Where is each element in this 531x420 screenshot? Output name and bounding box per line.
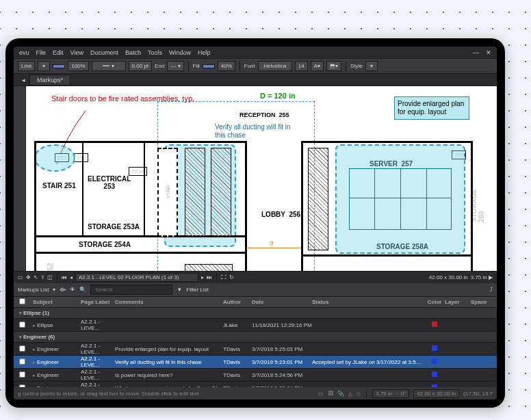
markups-footer: g control points to resize, or drag text… (14, 387, 497, 399)
select-all-checkbox[interactable] (19, 298, 25, 304)
col-author[interactable]: Author (223, 299, 252, 305)
markups-row[interactable]: EllipseA2.2.1 - LEVE...JLake11/18/2021 1… (14, 319, 497, 332)
window-close-icon[interactable]: ✕ (486, 49, 491, 56)
wall (301, 141, 303, 271)
room-stair: STAIR 251 (42, 182, 76, 189)
document-tab[interactable]: Markups* (29, 75, 70, 86)
dash-style-dropdown[interactable]: ━━ ▾ (92, 61, 126, 71)
col-layer[interactable]: Layer (445, 299, 471, 305)
dimension-label[interactable]: D = 120 in (260, 92, 296, 100)
menu-window[interactable]: Window (169, 49, 191, 56)
footer-clip-icon[interactable]: 📎 (337, 391, 344, 397)
last-page-icon[interactable]: ⏭ (207, 274, 212, 280)
menu-revu[interactable]: evu (19, 49, 29, 56)
menu-batch[interactable]: Batch (125, 49, 141, 56)
text-tool-icon[interactable]: T (41, 274, 44, 280)
col-subject[interactable]: Subject (30, 299, 81, 305)
export-icon[interactable]: ⤴ (490, 287, 493, 293)
pan-tool-icon[interactable]: ✥ (26, 274, 31, 280)
wall (301, 141, 472, 143)
col-space[interactable]: Space (471, 299, 497, 305)
line-weight-field[interactable]: 0.00 pt (129, 61, 152, 71)
dim-unknown: ? (270, 241, 274, 248)
next-page-icon[interactable]: ▸ (201, 274, 204, 280)
style-dropdown[interactable]: ▾ (365, 61, 378, 71)
markups-visibility-icon[interactable]: 👁 (70, 287, 75, 293)
pointer-tool-icon[interactable]: ↖ (34, 274, 38, 280)
wall (82, 141, 83, 237)
menu-document[interactable]: Document (90, 49, 118, 56)
room-reception: RECEPTION 255 (239, 111, 289, 118)
line-style-dropdown[interactable]: ▾ (38, 61, 50, 71)
markups-search-input[interactable] (90, 285, 172, 295)
cloud-stair-red[interactable] (34, 144, 75, 172)
void-label: VOID (165, 185, 171, 199)
color-swatch[interactable] (53, 64, 65, 68)
sheet-name-dropdown[interactable]: A2.2.1 - LEVEL 02 FLOOR PLAN (1 of 3) (75, 273, 198, 282)
markups-group[interactable]: Ellipse (1) (14, 308, 497, 319)
callout-enlarged-plan[interactable]: Provide enlarged plan for equip. layout (394, 96, 469, 120)
drawing-viewport[interactable]: D = 120 in Stair doors to be fire rated … (14, 86, 497, 271)
markups-rows[interactable]: Ellipse (1)EllipseA2.2.1 - LEVE...JLake1… (14, 308, 497, 387)
col-date[interactable]: Date (252, 299, 312, 305)
wall (301, 254, 472, 257)
row-checkbox[interactable] (19, 321, 25, 328)
menu-tools[interactable]: Tools (148, 49, 162, 56)
tablet-frame: evu File Edit View Document Batch Tools … (5, 38, 505, 408)
markups-group[interactable]: Engineer (6) (14, 332, 497, 343)
measure-tool-icon[interactable]: ◫ (47, 274, 53, 280)
font-color-dropdown[interactable]: A▾ (311, 61, 324, 71)
fill-swatch[interactable] (203, 64, 215, 68)
col-page[interactable]: Page Label (81, 299, 115, 305)
zoom-field[interactable]: 100% (68, 61, 88, 71)
rotate-icon[interactable]: ↻ (229, 274, 234, 280)
markups-panel-header: Markups List ▾ ⟴ 👁 🔍 ▼ Filter List ⤴ (14, 283, 497, 297)
window-minimize-icon[interactable]: — (473, 49, 479, 56)
wall (245, 141, 247, 271)
select-tool-icon[interactable]: ▭ (18, 274, 23, 280)
markups-row[interactable]: EngineerA2.2.1 - LEVE...Is power require… (14, 369, 497, 382)
highlight-dropdown[interactable]: ⬒▾ (326, 61, 341, 71)
footer-dim2: 42.00 x 30.00 in (413, 389, 459, 398)
prev-page-icon[interactable]: ◂ (70, 274, 73, 280)
wall (34, 252, 246, 254)
markups-row[interactable]: EngineerA2.2.1 - LEVE...Provide enlarged… (14, 343, 497, 356)
footer-lock-icon[interactable]: ◇ (357, 391, 361, 397)
first-page-icon[interactable]: ⏮ (62, 274, 67, 280)
col-color[interactable]: Color (424, 299, 445, 305)
markups-row[interactable]: EngineerA2.2.1 - LEVE...Verify all ducti… (14, 356, 497, 369)
menu-file[interactable]: File (36, 49, 47, 56)
style-label: Style (350, 63, 363, 69)
row-checkbox[interactable] (19, 358, 25, 365)
col-status[interactable]: Status (312, 299, 424, 305)
markups-dropdown-icon[interactable]: ▾ (53, 287, 55, 293)
col-comments[interactable]: Comments (115, 299, 223, 305)
filter-label[interactable]: Filter List (186, 287, 208, 293)
markups-toggle-icon[interactable]: ⟴ (60, 287, 66, 293)
dim-line[interactable] (246, 248, 301, 248)
font-size-dropdown[interactable]: 14 (295, 61, 308, 71)
row-checkbox[interactable] (19, 345, 25, 352)
callout-verify-ducting[interactable]: Verify all ducting will fit in this chas… (212, 120, 298, 142)
end-style-dropdown[interactable]: — ▾ (167, 61, 183, 71)
footer-hint: g control points to resize, or drag text… (18, 391, 198, 397)
menu-view[interactable]: View (70, 49, 83, 56)
callout-stair-doors[interactable]: Stair doors to be fire rated assemblies,… (51, 94, 194, 103)
markups-row[interactable]: EngineerA2.2.1 - LEVE...What are power r… (14, 382, 497, 387)
menu-edit[interactable]: Edit (53, 49, 64, 56)
row-checkbox[interactable] (19, 371, 25, 378)
filter-icon[interactable]: ▼ (177, 287, 182, 293)
tool-line-btn[interactable]: Line (18, 61, 35, 71)
footer-count-icon[interactable]: △ (348, 391, 352, 397)
markups-panel: Markups List ▾ ⟴ 👁 🔍 ▼ Filter List ⤴ Sub… (14, 283, 497, 399)
opacity-field[interactable]: 40% (218, 61, 235, 71)
prev-tab-icon[interactable]: ◂ (18, 77, 29, 83)
footer-stamp-icon[interactable]: ▭ (318, 391, 324, 397)
menu-help[interactable]: Help (198, 49, 211, 56)
zoom-extents-icon[interactable]: ⛶ (221, 274, 226, 280)
left-side-panel[interactable] (14, 86, 26, 271)
room-lobby: LOBBY 256 (261, 211, 300, 218)
search-icon: 🔍 (79, 287, 86, 293)
footer-image-icon[interactable]: 🖼 (328, 391, 333, 397)
font-name-dropdown[interactable]: Helvetica (258, 61, 292, 71)
